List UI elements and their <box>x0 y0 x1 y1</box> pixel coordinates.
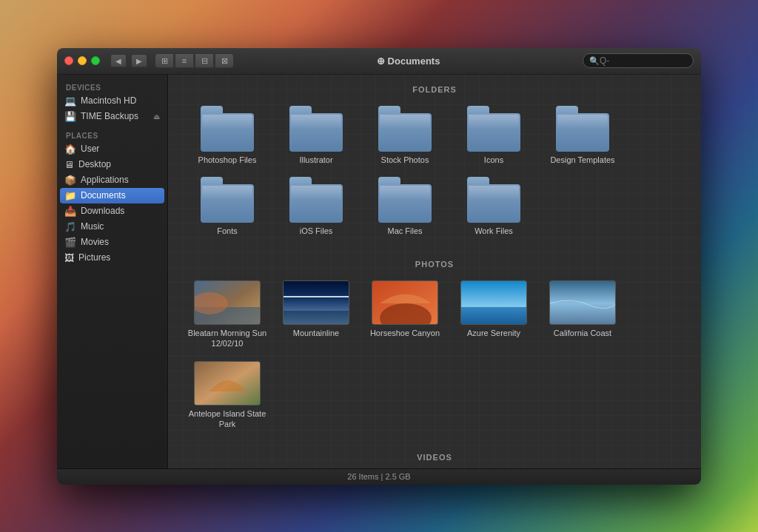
photo-item[interactable]: Mountainline <box>272 275 360 355</box>
sidebar-label: Desktop <box>78 159 111 169</box>
folder-icon <box>378 106 432 152</box>
view-buttons: ⊞ ≡ ⊟ ⊠ <box>155 53 234 68</box>
photo-thumbnail <box>549 280 616 325</box>
folders-grid: Photoshop Files Illustrator Stock Photos <box>168 100 701 250</box>
list-view-button[interactable]: ≡ <box>175 53 194 68</box>
title-icon: ⊕ <box>377 55 385 67</box>
sidebar-item-documents[interactable]: 📁 Documents <box>60 188 164 203</box>
folder-item[interactable]: Design Templates <box>538 100 627 171</box>
sidebar: DEVICES 💻 Macintosh HD 💾 TIME Backups ⏏ … <box>57 75 168 468</box>
folder-icon <box>201 177 254 223</box>
eject-icon: ⏏ <box>153 112 160 121</box>
folder-icon <box>289 177 343 223</box>
folder-label: Icons <box>484 155 503 165</box>
folder-icon <box>201 106 254 152</box>
traffic-lights <box>64 56 100 65</box>
titlebar: ◀ ▶ ⊞ ≡ ⊟ ⊠ ⊕ Documents 🔍 <box>57 48 701 75</box>
close-button[interactable] <box>64 56 73 65</box>
user-icon: 🏠 <box>64 144 76 155</box>
cover-flow-button[interactable]: ⊠ <box>215 53 234 68</box>
photos-grid: Bleatarn Morning Sun 12/02/10 <box>168 275 701 442</box>
svg-rect-5 <box>284 311 349 325</box>
photo-item[interactable]: Bleatarn Morning Sun 12/02/10 <box>183 275 272 355</box>
main-panel: FOLDERS Photoshop Files Illustrator <box>168 75 701 468</box>
photo-thumbnail <box>283 280 349 325</box>
music-icon: 🎵 <box>64 221 76 232</box>
sidebar-item-macintosh-hd[interactable]: 💻 Macintosh HD <box>57 93 167 109</box>
sidebar-item-time-backups[interactable]: 💾 TIME Backups ⏏ <box>57 109 167 124</box>
search-icon: 🔍 <box>589 56 600 66</box>
photo-label: Azure Serenity <box>467 328 520 338</box>
icon-view-button[interactable]: ⊞ <box>155 53 174 68</box>
photo-label: Bleatarn Morning Sun 12/02/10 <box>187 328 267 349</box>
sidebar-label: Music <box>81 221 104 232</box>
folder-item[interactable]: Icons <box>449 100 538 171</box>
photo-thumbnail <box>194 361 261 405</box>
folder-icon <box>467 106 520 152</box>
folder-label: iOS Files <box>300 226 333 236</box>
folder-item[interactable]: Photoshop Files <box>183 100 272 171</box>
sidebar-label: Movies <box>81 237 109 247</box>
minimize-button[interactable] <box>78 56 87 65</box>
sidebar-item-music[interactable]: 🎵 Music <box>57 219 167 235</box>
folder-item[interactable]: iOS Files <box>272 171 360 242</box>
sidebar-item-pictures[interactable]: 🖼 Pictures <box>57 250 167 266</box>
photo-item[interactable]: Azure Serenity <box>449 275 538 355</box>
photo-label: California Coast <box>554 328 611 338</box>
apps-icon: 📦 <box>64 175 76 186</box>
photos-section-label: PHOTOS <box>168 249 701 275</box>
folder-icon <box>467 177 520 223</box>
folder-item[interactable]: Work Files <box>449 171 538 242</box>
folder-item[interactable]: Stock Photos <box>360 100 449 171</box>
search-input[interactable] <box>600 55 687 66</box>
photo-item[interactable]: Horseshoe Canyon <box>360 275 449 355</box>
folder-item[interactable]: Fonts <box>183 171 272 242</box>
sidebar-item-desktop[interactable]: 🖥 Desktop <box>57 157 167 172</box>
photo-thumbnail <box>194 280 261 325</box>
sidebar-label: User <box>81 144 99 154</box>
sidebar-label: Documents <box>81 190 126 201</box>
backups-icon: 💾 <box>64 111 76 122</box>
sidebar-item-downloads[interactable]: 📥 Downloads <box>57 203 167 219</box>
sidebar-label: Macintosh HD <box>81 95 136 106</box>
devices-section: DEVICES 💻 Macintosh HD 💾 TIME Backups ⏏ <box>57 81 167 124</box>
places-header: PLACES <box>57 129 167 141</box>
folder-item[interactable]: Illustrator <box>272 100 360 171</box>
folder-label: Illustrator <box>299 155 332 165</box>
downloads-icon: 📥 <box>64 206 76 217</box>
search-bar[interactable]: 🔍 <box>583 53 694 68</box>
content-area: DEVICES 💻 Macintosh HD 💾 TIME Backups ⏏ … <box>57 75 701 468</box>
sidebar-item-movies[interactable]: 🎬 Movies <box>57 235 167 250</box>
svg-rect-9 <box>461 307 527 325</box>
photo-thumbnail <box>460 280 527 325</box>
maximize-button[interactable] <box>91 56 100 65</box>
photo-item[interactable]: Antelope Island State Park <box>183 355 272 436</box>
docs-icon: 📁 <box>64 190 76 201</box>
column-view-button[interactable]: ⊟ <box>195 53 214 68</box>
folder-label: Fonts <box>217 226 238 236</box>
svg-rect-4 <box>284 296 349 297</box>
sidebar-label: Pictures <box>78 252 110 263</box>
folders-section-label: FOLDERS <box>168 75 701 100</box>
sidebar-label: TIME Backups <box>81 111 138 121</box>
sidebar-label: Downloads <box>81 206 124 216</box>
movies-icon: 🎬 <box>64 237 76 248</box>
folder-label: Stock Photos <box>381 155 429 165</box>
folder-label: Work Files <box>474 226 513 236</box>
desktop-icon: 🖥 <box>64 159 74 170</box>
sidebar-item-applications[interactable]: 📦 Applications <box>57 172 167 188</box>
folder-label: Mac Files <box>387 226 422 236</box>
finder-window: ◀ ▶ ⊞ ≡ ⊟ ⊠ ⊕ Documents 🔍 DEVICES 💻 Maci… <box>57 48 701 485</box>
back-button[interactable]: ◀ <box>110 54 127 67</box>
devices-header: DEVICES <box>57 81 167 93</box>
folder-label: Design Templates <box>550 155 614 165</box>
folder-icon <box>289 106 343 152</box>
folder-item[interactable]: Mac Files <box>360 171 449 242</box>
forward-button[interactable]: ▶ <box>131 54 147 67</box>
statusbar: 26 Items | 2.5 GB <box>57 468 701 485</box>
pictures-icon: 🖼 <box>64 252 74 263</box>
photo-item[interactable]: California Coast <box>538 275 627 355</box>
sidebar-item-user[interactable]: 🏠 User <box>57 141 167 157</box>
folder-icon <box>556 106 609 152</box>
videos-section-label: VIDEOS <box>168 442 701 468</box>
